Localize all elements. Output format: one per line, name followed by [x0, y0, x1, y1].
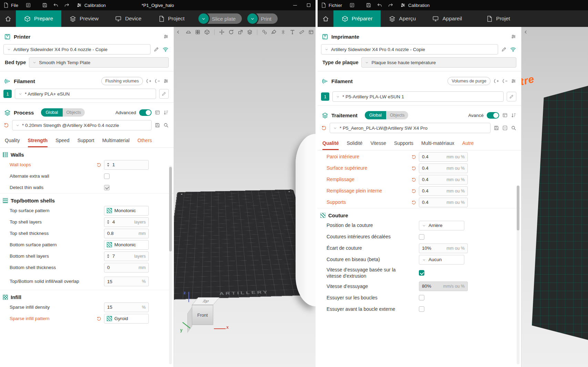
save-icon[interactable] [41, 1, 49, 9]
bottom-shell-layers-input[interactable]: 7layers [104, 251, 149, 261]
panel-scrollbar[interactable] [169, 166, 172, 364]
filament-settings-icon[interactable] [511, 78, 516, 84]
build-plate[interactable]: ARTILLERY [174, 189, 316, 300]
redo-icon[interactable] [63, 1, 71, 9]
tab-vitesse[interactable]: Vitesse [370, 140, 386, 150]
orient-icon[interactable] [204, 29, 210, 35]
tab-speed[interactable]: Speed [55, 138, 69, 147]
paint-icon[interactable] [271, 29, 277, 35]
file-menu[interactable]: Fichier [329, 3, 342, 8]
scope-global[interactable]: Global [41, 108, 62, 117]
staggered-inner-seams-checkbox[interactable] [419, 234, 424, 240]
save-preset-icon[interactable] [155, 122, 160, 128]
minimize-button[interactable] [288, 0, 302, 10]
tab-multimaterial[interactable]: Multimaterial [102, 138, 130, 147]
reset-infill-pattern-icon[interactable] [96, 316, 101, 321]
top-shell-layers-input[interactable]: 4layers [104, 217, 149, 227]
save-icon[interactable] [365, 1, 372, 9]
wifi-icon[interactable] [510, 46, 516, 53]
collapse-panel-icon[interactable] [176, 30, 181, 36]
move-tool-icon[interactable] [219, 29, 225, 35]
tab-prepare[interactable]: Préparer [333, 10, 381, 27]
panel-scrollbar[interactable] [517, 186, 519, 364]
wall-loops-input[interactable]: 1 [104, 160, 149, 170]
wipe-on-loops-checkbox[interactable] [419, 295, 424, 300]
remove-filament-icon[interactable] [502, 78, 508, 84]
print-options-button[interactable] [247, 13, 258, 24]
reset-icon[interactable] [411, 177, 416, 182]
tab-strength[interactable]: Strength [28, 138, 48, 147]
sort-icon[interactable] [163, 110, 169, 115]
solid-infill-overlap-input[interactable]: 15% [104, 277, 149, 286]
plate-icon[interactable] [186, 29, 191, 35]
add-filament-icon[interactable] [146, 78, 152, 84]
calibration-icon[interactable] [75, 1, 83, 9]
reset-wall-loops-icon[interactable] [96, 162, 101, 167]
save-preset-icon[interactable] [494, 125, 499, 131]
wipe-speed-ratio-checkbox[interactable] [419, 270, 424, 276]
scrollbar-thumb[interactable] [169, 167, 172, 251]
flushing-volumes-button[interactable]: Flushing volumes [101, 77, 143, 85]
sort-icon[interactable] [511, 112, 516, 118]
reset-icon[interactable] [411, 189, 416, 194]
bottom-shell-thickness-input[interactable]: 0mm [104, 263, 149, 272]
advanced-toggle[interactable] [487, 112, 499, 119]
arrange-icon[interactable] [195, 29, 200, 35]
file-icon[interactable] [2, 1, 10, 9]
reset-icon[interactable] [411, 166, 416, 171]
lay-flat-icon[interactable] [247, 29, 252, 35]
add-filament-icon[interactable] [494, 78, 499, 84]
tab-solidite[interactable]: Solidité [347, 140, 362, 150]
edit-filament-button[interactable] [159, 89, 169, 99]
undo-icon[interactable] [376, 1, 383, 9]
search-settings-icon[interactable] [511, 125, 516, 131]
process-scope-toggle[interactable]: Global Objects [365, 111, 409, 119]
process-scope-toggle[interactable]: Global Objects [41, 108, 85, 117]
tab-autre[interactable]: Autre [462, 140, 474, 150]
tab-support[interactable]: Support [78, 138, 94, 147]
filament-slot-badge[interactable]: 1 [3, 90, 12, 98]
search-settings-icon[interactable] [163, 122, 169, 128]
filament-select[interactable]: * Artillery PLA+ eSUN [15, 89, 156, 99]
bottom-surface-pattern-select[interactable]: Monotonic [104, 240, 149, 250]
model-object[interactable] [296, 134, 316, 306]
bed-type-select[interactable]: Plaque lisse haute température [361, 57, 516, 68]
printer-settings-icon[interactable] [163, 34, 169, 39]
viewport-3d-left[interactable]: ARTILLERY z Top Front y x [174, 27, 316, 367]
split-icon[interactable] [262, 29, 267, 35]
build-plate[interactable] [532, 85, 588, 341]
measure-icon[interactable] [299, 29, 305, 35]
edit-filament-button[interactable] [507, 92, 516, 101]
seam-paint-icon[interactable] [280, 29, 286, 35]
tab-project[interactable]: Projet [478, 10, 518, 27]
reset-preset-icon[interactable] [3, 122, 9, 128]
advanced-toggle[interactable] [139, 109, 152, 116]
cube-side-face[interactable] [187, 307, 192, 333]
undo-icon[interactable] [52, 1, 60, 9]
collapse-panel-icon[interactable] [524, 30, 528, 36]
printer-settings-icon[interactable] [511, 34, 516, 39]
scrollbar-thumb[interactable] [517, 186, 519, 230]
tab-qualite[interactable]: Qualité [322, 140, 339, 150]
slice-plate-button[interactable]: Slice plate [204, 13, 242, 24]
seam-slope-select[interactable]: Aucun [419, 255, 464, 265]
remplissage-plein-interne-input[interactable]: 0.4mm ou % [419, 186, 468, 196]
calibration-menu[interactable]: Calibration [84, 3, 106, 8]
scope-objects[interactable]: Objects [386, 111, 408, 119]
calibration-menu[interactable]: Calibration [408, 3, 430, 8]
rotate-tool-icon[interactable] [228, 29, 234, 35]
text-tool-icon[interactable] [290, 29, 295, 35]
scope-objects[interactable]: Objects [63, 108, 85, 117]
file-icon[interactable] [320, 1, 327, 9]
spinner-arrows[interactable] [107, 254, 109, 258]
notebook-icon[interactable] [348, 1, 356, 9]
tab-multi-materiaux[interactable]: Multi-matériaux [421, 140, 454, 150]
calibration-icon[interactable] [399, 1, 407, 9]
bed-type-select[interactable]: Smooth High Temp Plate [29, 57, 169, 68]
reset-preset-icon[interactable] [321, 125, 327, 131]
cube-front-face[interactable]: Front [192, 305, 213, 325]
sparse-infill-density-input[interactable]: 15% [104, 302, 149, 312]
tab-prepare[interactable]: Prepare [16, 10, 61, 27]
surface-superieure-input[interactable]: 0.4mm ou % [419, 163, 468, 173]
edit-printer-icon[interactable] [501, 47, 507, 52]
